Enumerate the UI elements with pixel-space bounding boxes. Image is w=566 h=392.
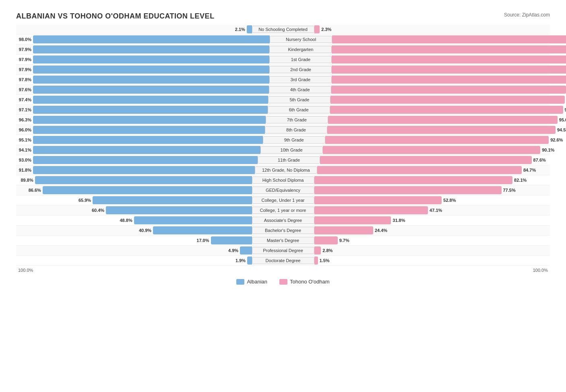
- row-label: 9th Grade: [263, 136, 325, 144]
- chart-row: 48.8%Associate's Degree31.8%: [16, 215, 550, 226]
- right-section: 47.1%: [314, 206, 550, 214]
- tohono-bar: [331, 96, 565, 104]
- left-section: 95.1%: [16, 136, 263, 144]
- tohono-value: 52.8%: [443, 198, 459, 203]
- right-section: 87.6%: [320, 156, 550, 164]
- tohono-bar: [314, 236, 338, 244]
- albanian-bar: [43, 186, 252, 194]
- chart-title: ALBANIAN VS TOHONO O'ODHAM EDUCATION LEV…: [16, 12, 550, 21]
- tohono-bar: [317, 166, 522, 174]
- left-section: 97.6%: [16, 86, 269, 94]
- tohono-value: 95.0%: [559, 117, 566, 122]
- chart-row: 95.1%9th Grade92.6%: [16, 135, 550, 145]
- albanian-bar: [33, 86, 269, 94]
- chart-area: 2.1%No Schooling Completed2.3%98.0%Nurse…: [16, 25, 550, 266]
- albanian-bar: [33, 106, 268, 114]
- chart-row: 60.4%College, 1 year or more47.1%: [16, 205, 550, 215]
- row-label: 11th Grade: [258, 156, 320, 164]
- albanian-bar: [33, 166, 255, 174]
- tohono-value: 84.7%: [523, 168, 539, 172]
- row-label: 2nd Grade: [269, 66, 332, 73]
- left-section: 97.9%: [16, 66, 269, 74]
- tohono-value: 2.3%: [321, 27, 337, 32]
- albanian-bar: [134, 216, 252, 224]
- albanian-bar: [33, 96, 268, 104]
- source-text: Source: ZipAtlas.com: [504, 12, 550, 18]
- row-label: 6th Grade: [268, 106, 330, 113]
- chart-row: 94.1%10th Grade90.1%: [16, 145, 550, 155]
- chart-row: 96.3%7th Grade95.0%: [16, 115, 550, 125]
- albanian-value: 48.8%: [117, 218, 132, 223]
- albanian-value: 96.0%: [16, 127, 31, 132]
- chart-row: 97.8%3rd Grade97.6%: [16, 75, 550, 85]
- albanian-value: 95.1%: [16, 138, 31, 142]
- right-section: 9.7%: [314, 236, 550, 244]
- chart-row: 97.9%2nd Grade97.8%: [16, 65, 550, 75]
- left-section: 2.1%: [16, 25, 252, 33]
- tohono-value: 77.5%: [503, 188, 518, 193]
- albanian-value: 65.9%: [76, 198, 91, 203]
- right-section: 97.8%: [332, 66, 566, 74]
- right-section: 77.5%: [314, 186, 550, 194]
- albanian-bar: [211, 236, 252, 244]
- albanian-bar: [247, 257, 252, 265]
- right-section: 94.5%: [327, 126, 566, 134]
- chart-row: 97.4%5th Grade97.0%: [16, 95, 550, 105]
- tohono-value: 9.7%: [339, 238, 355, 243]
- tohono-bar: [314, 196, 442, 204]
- chart-container: ALBANIAN VS TOHONO O'ODHAM EDUCATION LEV…: [8, 8, 558, 293]
- albanian-value: 97.9%: [16, 47, 31, 52]
- row-label: Bachelor's Degree: [252, 227, 314, 234]
- tohono-bar: [332, 35, 566, 43]
- left-section: 94.1%: [16, 146, 260, 154]
- left-section: 65.9%: [16, 196, 252, 204]
- right-section: 1.5%: [314, 257, 550, 265]
- chart-row: 89.8%High School Diploma82.1%: [16, 175, 550, 185]
- albanian-value: 96.3%: [16, 117, 31, 122]
- albanian-bar: [33, 45, 269, 53]
- chart-row: 97.9%Kindergarten97.9%: [16, 45, 550, 55]
- left-section: 48.8%: [16, 216, 252, 224]
- left-section: 97.4%: [16, 96, 268, 104]
- albanian-value: 4.9%: [223, 248, 238, 253]
- tohono-value: 47.1%: [430, 208, 445, 213]
- row-label: 7th Grade: [266, 116, 328, 123]
- legend-albanian: Albanian: [236, 279, 267, 285]
- chart-row: 96.0%8th Grade94.5%: [16, 125, 550, 135]
- right-section: 97.8%: [332, 55, 566, 64]
- albanian-label: Albanian: [247, 279, 267, 285]
- left-section: 60.4%: [16, 206, 252, 214]
- right-section: 52.8%: [314, 196, 550, 204]
- right-section: 97.9%: [332, 35, 566, 43]
- albanian-value: 1.9%: [230, 258, 246, 263]
- albanian-color-box: [236, 279, 244, 285]
- chart-row: 93.0%11th Grade87.6%: [16, 155, 550, 165]
- albanian-value: 98.0%: [16, 37, 31, 42]
- albanian-bar: [93, 196, 252, 204]
- right-section: 95.0%: [328, 116, 566, 124]
- tohono-bar: [320, 156, 532, 164]
- right-section: 31.8%: [314, 216, 550, 224]
- tohono-bar: [314, 257, 318, 265]
- right-section: 82.1%: [314, 176, 550, 184]
- row-label: 12th Grade, No Diploma: [255, 166, 317, 174]
- right-section: 97.9%: [332, 45, 566, 53]
- right-section: 90.1%: [323, 146, 558, 154]
- right-section: 24.4%: [314, 226, 550, 234]
- left-section: 96.3%: [16, 116, 266, 124]
- albanian-bar: [33, 126, 265, 134]
- chart-row: 91.8%12th Grade, No Diploma84.7%: [16, 165, 550, 175]
- tohono-value: 92.6%: [550, 138, 566, 142]
- tohono-color-box: [279, 279, 287, 285]
- row-label: Master's Degree: [252, 237, 314, 244]
- left-section: 97.1%: [16, 106, 268, 114]
- legend-tohono: Tohono O'odham: [279, 279, 330, 285]
- right-section: 2.3%: [314, 25, 550, 33]
- albanian-bar: [33, 66, 269, 74]
- right-section: 84.7%: [317, 166, 550, 174]
- row-label: GED/Equivalency: [252, 187, 314, 194]
- left-section: 97.8%: [16, 76, 269, 84]
- right-section: 97.0%: [331, 96, 566, 104]
- right-section: 92.6%: [325, 136, 566, 144]
- left-section: 40.9%: [16, 226, 252, 234]
